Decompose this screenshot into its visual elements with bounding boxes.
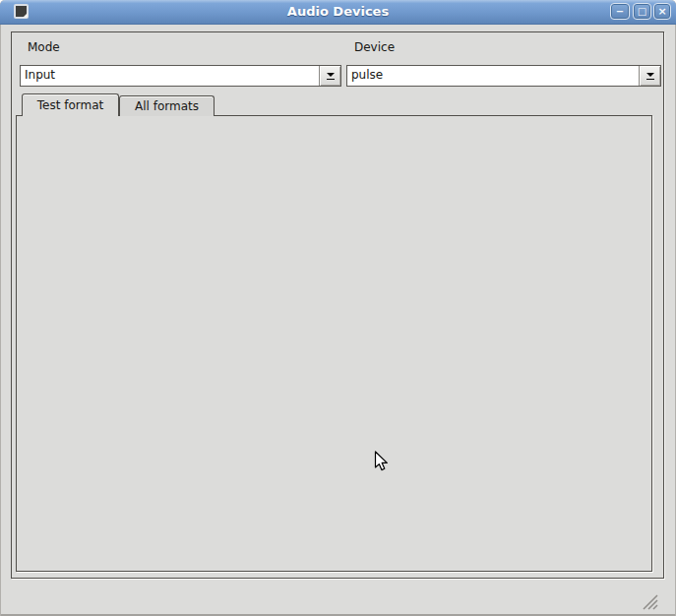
resize-grip-icon[interactable] xyxy=(639,590,660,610)
maximize-icon: □ xyxy=(638,6,646,17)
close-button[interactable]: × xyxy=(653,3,671,20)
mode-combobox[interactable]: Input xyxy=(20,65,341,87)
window-title: Audio Devices xyxy=(0,0,676,24)
minimize-button[interactable]: − xyxy=(610,3,630,20)
close-icon: × xyxy=(657,5,666,18)
tab-all-formats[interactable]: All formats xyxy=(119,95,215,116)
maximize-button[interactable]: □ xyxy=(633,3,651,20)
minimize-icon: − xyxy=(616,6,624,17)
device-value: pulse xyxy=(347,66,639,86)
audio-devices-window: Audio Devices − □ × Mode Device Input pu… xyxy=(0,0,676,616)
device-label: Device xyxy=(354,40,395,54)
mode-value: Input xyxy=(21,66,319,86)
combo-arrow-icon xyxy=(319,66,340,86)
mode-label: Mode xyxy=(28,40,60,54)
titlebar[interactable]: Audio Devices − □ × xyxy=(0,0,676,25)
tab-pane xyxy=(16,115,652,572)
combo-arrow-icon xyxy=(639,66,660,86)
tab-test-format[interactable]: Test format xyxy=(22,93,119,116)
device-combobox[interactable]: pulse xyxy=(346,65,661,87)
